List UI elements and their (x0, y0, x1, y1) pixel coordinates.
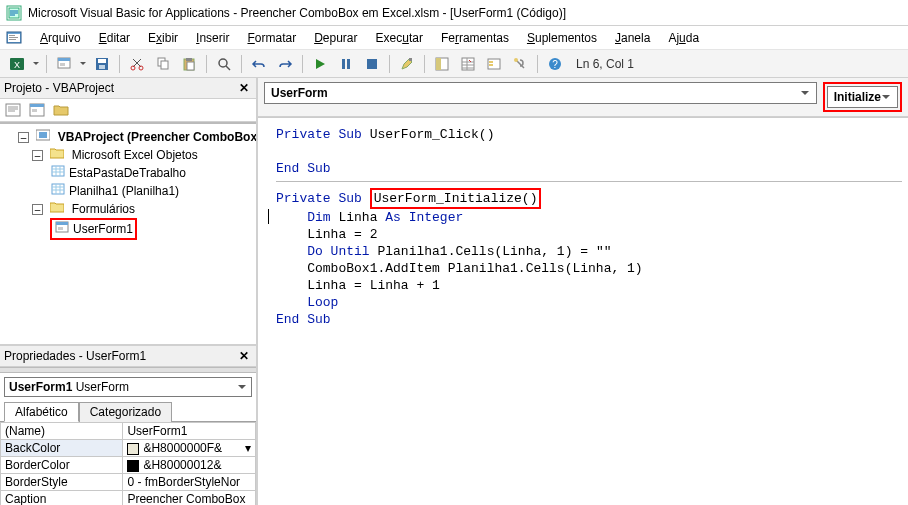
dropdown-icon[interactable] (79, 60, 87, 68)
close-icon[interactable]: ✕ (236, 348, 252, 364)
properties-object-type: UserForm (76, 380, 129, 394)
procedure-separator (276, 181, 902, 182)
menu-ferramentas[interactable]: Ferramentas (433, 29, 517, 47)
object-combo-value: UserForm (271, 86, 328, 100)
reset-icon[interactable] (361, 53, 383, 75)
menu-inserir[interactable]: Inserir (188, 29, 237, 47)
redo-icon[interactable] (274, 53, 296, 75)
prop-key[interactable]: BorderStyle (1, 474, 123, 491)
svg-rect-4 (9, 35, 15, 36)
view-excel-icon[interactable]: X (6, 53, 28, 75)
tree-group-forms[interactable]: Formulários (72, 202, 135, 216)
prop-value[interactable]: &H8000000F& ▾ (123, 440, 256, 457)
properties-tabs: Alfabético Categorizado (0, 401, 256, 422)
menu-editar[interactable]: Editar (91, 29, 138, 47)
prop-value[interactable]: 0 - fmBorderStyleNor (123, 474, 256, 491)
code-pane: UserForm Initialize Private Sub UserForm… (258, 78, 908, 505)
worksheet-icon (50, 182, 66, 196)
prop-value[interactable]: UserForm1 (123, 423, 256, 440)
color-swatch (127, 460, 139, 472)
dropdown-icon[interactable] (32, 60, 40, 68)
menu-bar: Arquivo Editar Exibir Inserir Formatar D… (0, 26, 908, 50)
copy-icon[interactable] (152, 53, 174, 75)
paste-icon[interactable] (178, 53, 200, 75)
find-icon[interactable] (213, 53, 235, 75)
system-menu-icon[interactable] (6, 30, 22, 46)
menu-formatar[interactable]: Formatar (239, 29, 304, 47)
svg-rect-24 (347, 59, 350, 69)
prop-key[interactable]: Caption (1, 491, 123, 506)
svg-rect-36 (6, 104, 20, 116)
tree-root-label[interactable]: VBAProject (Preencher ComboBox (58, 130, 256, 144)
menu-janela[interactable]: Janela (607, 29, 658, 47)
svg-rect-28 (436, 58, 441, 70)
project-tree[interactable]: – VBAProject (Preencher ComboBox – Micro… (0, 124, 256, 344)
tree-collapse-icon[interactable]: – (32, 204, 43, 215)
svg-rect-25 (367, 59, 377, 69)
properties-icon[interactable] (457, 53, 479, 75)
svg-rect-21 (187, 62, 194, 70)
tab-alphabetic[interactable]: Alfabético (4, 402, 79, 422)
svg-rect-26 (409, 58, 412, 61)
cut-icon[interactable] (126, 53, 148, 75)
toggle-folders-icon[interactable] (50, 99, 72, 121)
tab-categorized[interactable]: Categorizado (79, 402, 172, 422)
project-explorer-icon[interactable] (431, 53, 453, 75)
menu-exibir[interactable]: Exibir (140, 29, 186, 47)
prop-key[interactable]: BorderColor (1, 457, 123, 474)
prop-key[interactable]: BackColor (1, 440, 123, 457)
menu-arquivo[interactable]: Arquivo (32, 29, 89, 47)
properties-panel-title: Propriedades - UserForm1 ✕ (0, 346, 256, 367)
procedure-combo[interactable]: Initialize (827, 86, 898, 108)
svg-rect-38 (30, 104, 44, 107)
svg-rect-20 (186, 58, 192, 61)
svg-rect-5 (9, 37, 18, 38)
help-icon[interactable]: ? (544, 53, 566, 75)
menu-ajuda[interactable]: Ajuda (660, 29, 707, 47)
save-icon[interactable] (91, 53, 113, 75)
object-browser-icon[interactable] (483, 53, 505, 75)
workspace: Projeto - VBAProject ✕ – VBAProject (Pre… (0, 78, 908, 505)
menu-suplementos[interactable]: Suplementos (519, 29, 605, 47)
tree-item-userform1[interactable]: UserForm1 (73, 222, 133, 236)
close-icon[interactable]: ✕ (236, 80, 252, 96)
svg-rect-23 (342, 59, 345, 69)
undo-icon[interactable] (248, 53, 270, 75)
prop-row: BorderStyle0 - fmBorderStyleNor (1, 474, 256, 491)
break-icon[interactable] (335, 53, 357, 75)
svg-rect-46 (58, 227, 63, 230)
code-editor[interactable]: Private Sub UserForm_Click() End Sub Pri… (258, 117, 908, 505)
object-combo[interactable]: UserForm (264, 82, 817, 104)
tree-group-excel-objects[interactable]: Microsoft Excel Objetos (72, 148, 198, 162)
tree-collapse-icon[interactable]: – (18, 132, 29, 143)
svg-text:?: ? (552, 59, 558, 70)
chevron-down-icon (800, 88, 810, 98)
menu-depurar[interactable]: Depurar (306, 29, 365, 47)
prop-value[interactable]: &H80000012& (123, 457, 256, 474)
prop-value[interactable]: Preencher ComboBox (123, 491, 256, 506)
run-icon[interactable] (309, 53, 331, 75)
view-code-icon[interactable] (2, 99, 24, 121)
properties-grid[interactable]: (Name)UserForm1 BackColor&H8000000F& ▾ B… (0, 422, 256, 505)
toolbox-icon[interactable] (509, 53, 531, 75)
insert-userform-icon[interactable] (53, 53, 75, 75)
tree-collapse-icon[interactable]: – (32, 150, 43, 161)
view-object-icon[interactable] (26, 99, 48, 121)
design-mode-icon[interactable] (396, 53, 418, 75)
svg-rect-10 (58, 58, 70, 61)
tree-item-workbook[interactable]: EstaPastaDeTrabalho (69, 166, 186, 180)
svg-rect-6 (9, 39, 16, 40)
prop-row: BackColor&H8000000F& ▾ (1, 440, 256, 457)
properties-object-name: UserForm1 (9, 380, 72, 394)
properties-panel-label: Propriedades - UserForm1 (4, 349, 146, 363)
menu-executar[interactable]: Executar (368, 29, 431, 47)
svg-rect-32 (489, 64, 493, 66)
toolbar-separator (537, 55, 538, 73)
tree-item-sheet[interactable]: Planilha1 (Planilha1) (69, 184, 179, 198)
procedure-combo-value: Initialize (834, 90, 881, 104)
svg-rect-42 (52, 166, 64, 176)
prop-key[interactable]: (Name) (1, 423, 123, 440)
chevron-down-icon[interactable]: ▾ (245, 441, 251, 455)
toolbar-separator (46, 55, 47, 73)
properties-object-combo[interactable]: UserForm1 UserForm (4, 377, 252, 397)
